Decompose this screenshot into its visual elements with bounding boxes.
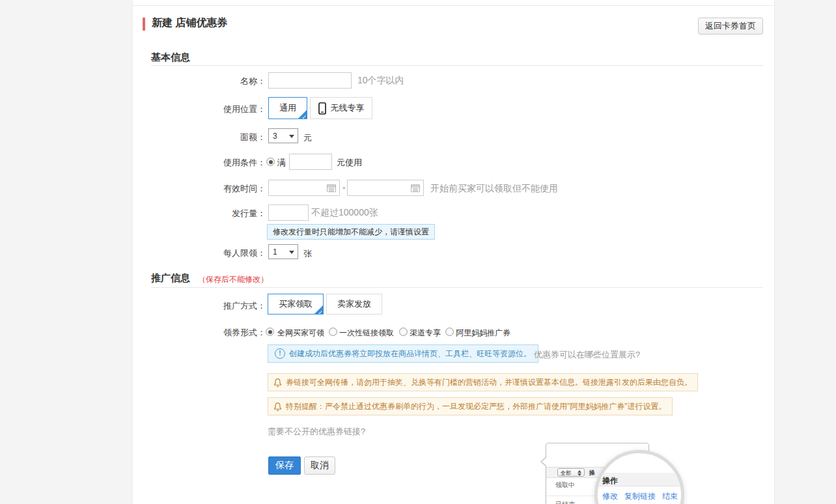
special-warning-text: 特别提醒：严令禁止通过优惠券刷单的行为，一旦发现必定严惩，外部推广请使用"阿里妈…: [286, 401, 667, 412]
title-accent-bar: [143, 18, 145, 31]
end-link: 结束: [662, 491, 678, 502]
position-wireless-label: 无线专享: [331, 102, 365, 114]
issue-count-notice: 修改发行量时只能增加不能减少，请谨慎设置: [267, 224, 435, 240]
link-warning-box: 券链接可全网传播，请勿用于抽奖、兑换等有门槛的营销活动，并谨慎设置基本信息。链接…: [268, 373, 698, 391]
save-button[interactable]: 保存: [268, 456, 301, 475]
chevron-down-icon: [289, 135, 294, 138]
issue-count-label: 发行量：: [148, 208, 266, 219]
method-seller-label: 卖家发放: [337, 298, 371, 310]
calendar-icon: [327, 184, 336, 192]
page: 新建 店铺优惠券 返回卡券首页 基本信息 名称： 10个字以内 使用位置： 通用…: [0, 0, 836, 504]
receive-radio-channel-exclusive[interactable]: [399, 328, 408, 336]
basic-section-title: 基本信息: [151, 51, 190, 64]
back-to-cards-home-button[interactable]: 返回卡券首页: [698, 18, 763, 35]
magnified-action-links: 修改 复制链接 结束: [602, 491, 678, 502]
condition-suffix: 元使用: [337, 157, 362, 169]
end-date-input[interactable]: [347, 180, 424, 196]
amount-label: 面额：: [148, 132, 266, 143]
bell-icon: [273, 378, 282, 387]
placement-info-box: 创建成功后优惠券将立即投放在商品详情页、工具栏、旺旺等资源位。: [268, 344, 538, 363]
panel-top-divider: [132, 5, 775, 6]
issue-count-input[interactable]: [268, 204, 309, 221]
start-date-input[interactable]: [268, 180, 340, 196]
date-separator: -: [342, 182, 346, 193]
limit-label: 每人限领：: [148, 247, 266, 259]
bell-icon: [273, 402, 282, 412]
receive-option-label: 渠道专享: [410, 328, 441, 339]
condition-radio[interactable]: [266, 158, 275, 166]
receive-radio-one-time-link[interactable]: [329, 328, 337, 336]
limit-select[interactable]: 1: [268, 244, 298, 259]
receive-option-label: 阿里妈妈推广券: [456, 328, 510, 339]
receive-form-label: 领券形式：: [148, 327, 266, 339]
phone-icon: [318, 102, 326, 115]
placement-question-link[interactable]: 优惠券可以在哪些位置展示?: [534, 349, 640, 361]
amount-select[interactable]: 3: [268, 128, 298, 143]
preview-row-collecting: 领取中: [555, 481, 575, 490]
calendar-icon: [411, 184, 420, 192]
limit-select-value: 1: [273, 247, 277, 257]
name-input[interactable]: [268, 72, 352, 89]
promo-method-label: 推广方式：: [148, 300, 266, 312]
receive-option-label: 一次性链接领取: [339, 328, 394, 339]
position-wireless-toggle[interactable]: 无线专享: [310, 97, 372, 119]
amount-unit: 元: [303, 132, 312, 144]
private-link-question[interactable]: 需要不公开的优惠券链接?: [268, 426, 365, 438]
preview-row-ended: 已结束: [555, 500, 575, 504]
selected-check-icon: [298, 109, 307, 119]
popup-callout-arrow-fill: [542, 457, 547, 466]
condition-radio-label: 满: [277, 157, 286, 169]
magnified-column-header: 操作: [602, 475, 618, 486]
receive-radio-alimama[interactable]: [445, 328, 454, 336]
special-warning-box: 特别提醒：严令禁止通过优惠券刷单的行为，一旦发现必定严惩，外部推广请使用"阿里妈…: [268, 397, 673, 415]
cancel-button[interactable]: 取消: [304, 456, 335, 475]
section-divider: [151, 65, 763, 66]
condition-amount-input[interactable]: [289, 154, 332, 170]
placement-info-text: 创建成功后优惠券将立即投放在商品详情页、工具栏、旺旺等资源位。: [289, 348, 531, 359]
selected-check-icon: [314, 305, 324, 315]
link-warning-text: 券链接可全网传播，请勿用于抽奖、兑换等有门槛的营销活动，并谨慎设置基本信息。链接…: [286, 377, 692, 388]
preview-column-header-partial: 操: [589, 469, 595, 477]
preview-filter-value: 全部: [561, 469, 571, 477]
method-buyer-label: 买家领取: [279, 298, 313, 310]
receive-radio-all-buyers[interactable]: [266, 328, 274, 336]
chevron-down-icon: [289, 251, 294, 254]
position-general-label: 通用: [279, 102, 296, 114]
condition-label: 使用条件：: [148, 157, 266, 169]
copy-link-link: 复制链接: [624, 491, 656, 502]
page-title: 新建 店铺优惠券: [152, 16, 227, 30]
info-icon: [275, 348, 285, 359]
promo-section-title: 推广信息: [151, 272, 190, 285]
amount-select-value: 3: [273, 132, 277, 141]
use-position-label: 使用位置：: [148, 104, 266, 115]
name-hint: 10个字以内: [357, 75, 404, 87]
edit-link: 修改: [602, 491, 618, 502]
section-divider: [151, 287, 763, 288]
select-updown-icon: [578, 470, 582, 476]
position-general-toggle[interactable]: 通用: [268, 97, 307, 119]
name-label: 名称：: [148, 76, 266, 87]
valid-time-hint: 开始前买家可以领取但不能使用: [430, 183, 558, 195]
method-seller-send-toggle[interactable]: 卖家发放: [326, 294, 382, 315]
issue-count-hint: 不超过100000张: [311, 207, 378, 219]
method-buyer-collect-toggle[interactable]: 买家领取: [268, 294, 324, 315]
promo-section-note: （保存后不能修改）: [198, 274, 268, 285]
limit-unit: 张: [303, 248, 312, 260]
receive-option-label: 全网买家可领: [277, 328, 324, 339]
preview-filter-select: 全部: [557, 468, 585, 477]
valid-time-label: 有效时间：: [148, 183, 266, 195]
